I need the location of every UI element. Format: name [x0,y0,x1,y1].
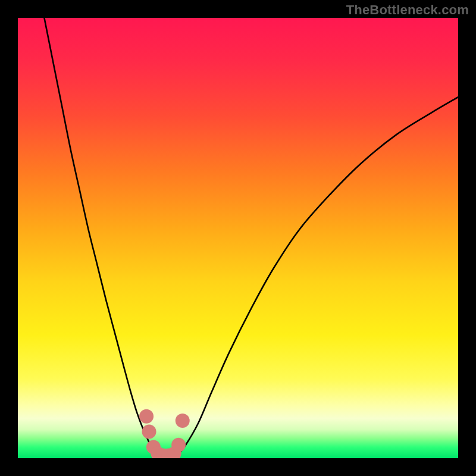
marker-dot [171,438,186,452]
curve-layer [18,18,458,458]
watermark-text: TheBottleneck.com [346,2,469,18]
chart-frame: TheBottleneck.com [0,0,476,476]
marker-dot [142,425,156,439]
curve-right [176,97,458,456]
curve-left [44,18,158,456]
marker-dot [139,409,154,424]
highlight-markers [139,409,190,458]
marker-dot [176,414,190,428]
plot-area [18,18,458,458]
